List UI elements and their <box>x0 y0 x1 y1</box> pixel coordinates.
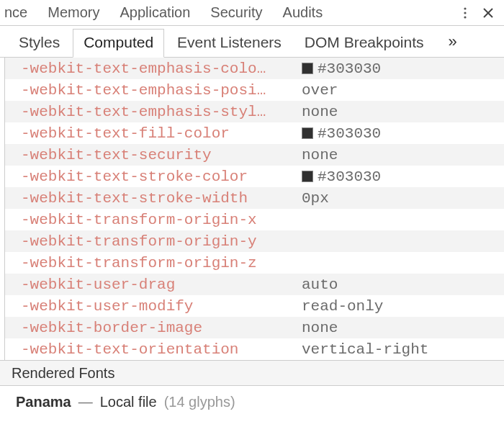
property-row[interactable]: -webkit-text-emphasis-colo…#303030 <box>5 58 504 79</box>
property-name: -webkit-text-stroke-width <box>21 190 302 207</box>
property-name: -webkit-text-emphasis-styl… <box>21 104 302 120</box>
font-glyphs: (14 glyphs) <box>164 394 235 410</box>
color-swatch[interactable] <box>302 63 313 74</box>
property-value: over <box>302 82 338 99</box>
svg-point-2 <box>464 16 466 18</box>
main-tab[interactable]: Application <box>109 0 200 25</box>
property-value: #303030 <box>302 60 381 77</box>
close-icon[interactable] <box>477 1 500 24</box>
main-tab[interactable]: Security <box>200 0 272 25</box>
property-row[interactable]: -webkit-text-stroke-color#303030 <box>5 166 504 187</box>
tab-computed[interactable]: Computed <box>73 29 164 58</box>
property-value: read-only <box>302 298 383 315</box>
overflow-menu-icon[interactable] <box>454 1 477 24</box>
svg-point-1 <box>464 12 466 14</box>
font-name: Panama <box>16 394 71 410</box>
property-row[interactable]: -webkit-user-modifyread-only <box>5 295 504 317</box>
property-row[interactable]: -webkit-user-dragauto <box>5 274 504 295</box>
property-row[interactable]: -webkit-text-fill-color#303030 <box>5 122 504 144</box>
property-value: none <box>302 147 338 163</box>
main-tab[interactable]: nce <box>4 0 37 25</box>
rendered-font-row: Panama — Local file (14 glyphs) <box>0 386 504 418</box>
property-row[interactable]: -webkit-transform-origin-z <box>5 252 504 274</box>
property-row[interactable]: -webkit-text-emphasis-styl…none <box>5 101 504 122</box>
tab-styles[interactable]: Styles <box>9 30 70 57</box>
property-value: vertical-right <box>302 341 428 358</box>
property-value: none <box>302 104 338 120</box>
tab-dom-breakpoints[interactable]: DOM Breakpoints <box>294 30 434 57</box>
property-name: -webkit-transform-origin-x <box>21 212 302 228</box>
property-row[interactable]: -webkit-text-stroke-width0px <box>5 187 504 209</box>
property-name: -webkit-user-drag <box>21 276 302 293</box>
property-row[interactable]: -webkit-transform-origin-x <box>5 209 504 230</box>
property-row[interactable]: -webkit-transform-origin-y <box>5 230 504 252</box>
property-name: -webkit-border-image <box>21 320 302 336</box>
sidebar-subtabs: Styles Computed Event Listeners DOM Brea… <box>0 26 504 58</box>
svg-point-0 <box>464 7 466 9</box>
property-value: auto <box>302 276 338 293</box>
more-tabs-icon[interactable]: » <box>443 28 463 57</box>
color-swatch[interactable] <box>302 127 313 139</box>
property-name: -webkit-text-emphasis-colo… <box>21 60 302 77</box>
property-name: -webkit-user-modify <box>21 298 302 315</box>
property-name: -webkit-text-fill-color <box>21 125 302 142</box>
property-row[interactable]: -webkit-text-securitynone <box>5 144 504 166</box>
property-row[interactable]: -webkit-text-emphasis-posi…over <box>5 79 504 101</box>
font-source: Local file <box>100 394 157 410</box>
main-tab[interactable]: Memory <box>37 0 109 25</box>
main-tab[interactable]: Audits <box>273 0 333 25</box>
property-row[interactable]: -webkit-border-imagenone <box>5 317 504 338</box>
color-swatch[interactable] <box>302 171 313 182</box>
main-tabs-bar: nce Memory Application Security Audits <box>0 0 504 26</box>
property-row[interactable]: -webkit-text-orientationvertical-right <box>5 338 504 360</box>
property-value: #303030 <box>302 125 381 142</box>
property-value: none <box>302 320 338 336</box>
property-name: -webkit-transform-origin-y <box>21 233 302 250</box>
property-name: -webkit-text-emphasis-posi… <box>21 82 302 99</box>
tab-event-listeners[interactable]: Event Listeners <box>167 30 292 57</box>
property-name: -webkit-text-stroke-color <box>21 168 302 185</box>
property-name: -webkit-text-orientation <box>21 341 302 358</box>
separator: — <box>78 394 93 410</box>
property-value: #303030 <box>302 168 381 185</box>
property-name: -webkit-text-security <box>21 147 302 163</box>
computed-properties-list: -webkit-text-emphasis-colo…#303030-webki… <box>4 58 504 360</box>
rendered-fonts-header: Rendered Fonts <box>0 360 504 386</box>
property-value: 0px <box>302 190 329 207</box>
property-name: -webkit-transform-origin-z <box>21 255 302 271</box>
